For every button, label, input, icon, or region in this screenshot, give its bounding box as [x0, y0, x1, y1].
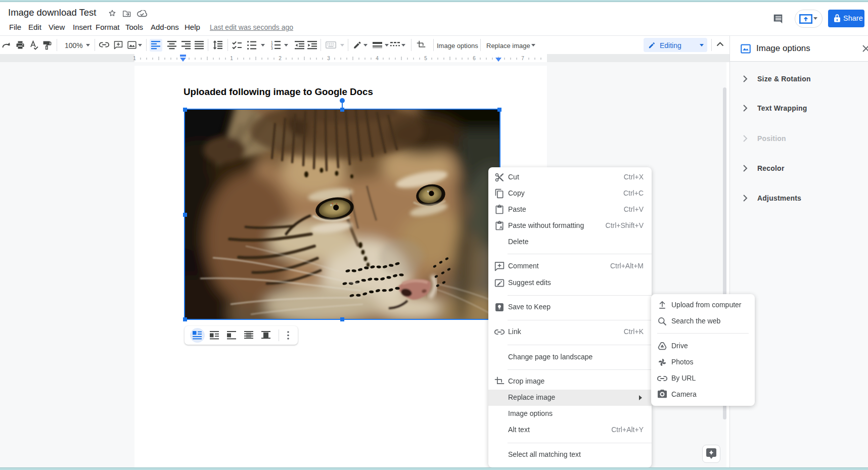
svg-text:A: A [499, 225, 502, 230]
svg-text:3: 3 [327, 56, 330, 61]
svg-text:7: 7 [521, 56, 524, 61]
svg-text:5: 5 [424, 56, 427, 61]
svg-text:2: 2 [279, 56, 282, 61]
svg-text:6: 6 [473, 56, 476, 61]
svg-text:4: 4 [376, 56, 379, 61]
svg-text:3: 3 [271, 46, 273, 50]
svg-text:1: 1 [230, 56, 233, 61]
svg-text:1: 1 [133, 56, 136, 61]
